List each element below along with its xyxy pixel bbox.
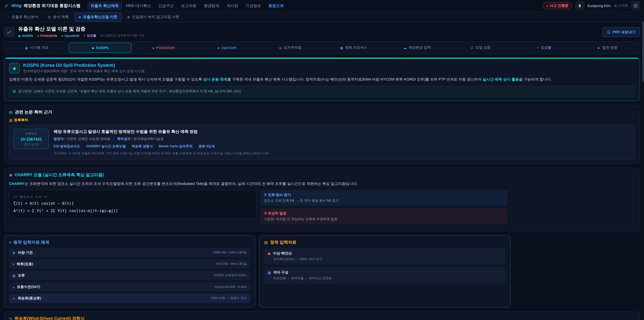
user-name[interactable]: Eunjeong Kim [588,4,610,8]
menu-button[interactable] [631,1,640,10]
holder-label: 특허권자 : [117,137,132,140]
swirl-icon: ◎ [279,46,282,50]
dot-icon: ● [152,46,154,50]
app-window: Wing 해양환경 위기대응 통합시스템 유출유 확산예측 HNS·대기확산 긴… [0,0,644,320]
tab-label: 오일펜스 배치 알고리즘 이론 [132,15,179,20]
tab-diffusion-analysis[interactable]: ∴ 유출유 확산분석 [3,13,42,21]
pin-icon: ◉ [268,251,271,255]
chart-icon [7,29,12,35]
pdf-export-button[interactable]: PDF 내보내기 [602,27,640,37]
notifications-button[interactable] [576,1,584,10]
patent-card[interactable]: 등록번호 10-1567431 2015.11.03 해양 유류오염사고 발생시… [9,125,635,159]
page-title-block: 유출유 확산 모델 이론 및 검증 ◆KOSPS ●POSEIDON ●Open… [18,26,144,38]
diamond-icon: ◆ [18,34,21,38]
note-title: ② 위상차 일정 [264,211,504,216]
section-tab-overview[interactable]: ▣시스템 개요 [5,43,68,53]
data-row-grid[interactable]: ▦격자 구성 좌표변환 → 영역추출 → 격자보간 표준화 [264,267,506,283]
monitor-icon: ▣ [25,46,28,50]
national-rnd-note: 국가R&D: ① 3차원 유출유 확산예측 기반 방제 지원기술 개발 (기여율… [54,151,269,156]
section-tab-kosps[interactable]: ◆KOSPS [69,43,132,53]
charry-notes: ① 진폭 동비 증가 검조소 조위 진폭 f배 → 전 격자 동일 동비 f배 … [260,190,508,227]
patent-tag[interactable]: ESI 방제정보지도 [54,144,80,149]
brand-name: 해양환경 위기대응 통합시스템 [24,3,80,9]
current-icon: ≈ [12,262,14,266]
section-tab-ensemble[interactable]: ⚡앙상블 [512,43,575,53]
topnav-right: ● 사고 진행중 Eunjeong Kim 로그아웃 [543,1,640,10]
page-subtitle: 라그랑지안 입자추적 이론 기반 [100,34,144,38]
nav-item-board[interactable]: 게시판 [223,2,242,10]
main-nav: 유출유 확산예측 HNS·대기확산 긴급구난 보고자료 항공탐색 게시판 기상정… [87,2,287,10]
badge-opendrift: ●OpenDrift [61,34,79,38]
sub-tab-bar: ∴ 유출유 확산분석 ▤ 분석 목록 ◈ 유출유확산모델 이론 ◉ 오일펜스 배… [0,12,644,23]
patent-evidence-card: ▤ 관련 논문·특허 근거 ▧ 등록특허 등록번호 10-1567431 201… [4,105,640,164]
data-row-wind[interactable]: ≋바람·기온 KMA UM·~12km·2회/일 [9,248,250,257]
section-tab-validation[interactable]: ☑모델 검증 [449,43,512,53]
data-row-bathymetry[interactable]: ◉수심·해안선 전자해도(ENC) → 500m 격자 보간 [264,248,506,264]
highlight-text: 상시 운용 체계 [203,77,227,81]
kosps-header: ◆ KOSPS (Korea Oil Spill Prediction Syst… [9,63,635,74]
row-value: KMA UM·~12km·2회/일 [214,250,247,255]
swirl-icon: ◉ [9,173,12,177]
scrollbar[interactable] [642,0,644,320]
charry-description: CHARRY는 조화분석에 의한 검조소 실시간 조위와 조석 수치모델링에 의… [9,180,635,186]
charry-title: ◉ CHARRY 모델 (실시간 조류예측 핵심 알고리즘) [9,172,635,178]
nav-item-reports[interactable]: 보고자료 [178,2,200,10]
note-title: ① 진폭 동비 증가 [264,193,504,197]
wind-driven-current-card: ∿ 취송류(Wind-Driven Current) 경험식 /* 취송류 유속… [4,311,640,320]
amplitude-note: ① 진폭 동비 증가 검조소 조위 진폭 f배 → 전 격자 동일 동비 f배 … [260,190,508,206]
scrollbar-thumb[interactable] [642,22,644,82]
target-icon: ◉ [127,15,130,19]
charry-content-grid: /* 변조조석 수식 */ ζ(t) = A(t) cos[σt − θ(t)]… [9,190,635,227]
tab-label: 분석 목록 [53,15,69,20]
section-tab-particle-tracking[interactable]: ◎입자추적법 [259,43,322,53]
reference-box: ▤ 참고문헌: 김혜진·이문진·오세웅·강준묵, "유출유 확산 예측 모델의 … [9,86,635,97]
section-tab-weathering[interactable]: ▦풍화 프로세스 [322,43,385,53]
bolt-icon: ⚡ [83,34,85,38]
registration-number-box: 등록번호 10-1567431 2015.11.03 [14,129,49,149]
nav-item-oil-spill-prediction[interactable]: 유출유 확산예측 [87,2,122,10]
registration-label: 등록번호 [16,132,46,136]
data-row-sst[interactable]: ◒표층수온(SST) NOAA AVHRR·~5.4km [9,282,250,292]
patent-tag[interactable]: CHARRY 실시간 조류모델 [86,144,126,149]
section-tab-opendrift[interactable]: ●OpenDrift [196,43,258,53]
section-tab-future[interactable]: ►발전 방향 [576,43,639,53]
nav-item-weather-info[interactable]: 기상정보 [242,2,264,10]
patent-details: 해양 유류오염사고 발생시 효율적인 방제방안 수립을 위한 유출유 확산 예측… [54,129,269,156]
gust-icon: ∿ [12,296,16,300]
formula-line: A²(t) = Σ Yi² + 2Σ YiYj cos[(σi−σj)t−(φi… [14,207,252,215]
brand[interactable]: Wing 해양환경 위기대응 통합시스템 [4,3,80,9]
patent-tags: ESI 방제정보지도 CHARRY 실시간 조류모델 취송류 경험식 Monte… [54,144,269,149]
cloud-icon: ☁ [404,46,407,50]
section-tab-poseidon[interactable]: ●POSEIDON [132,43,195,53]
nav-item-hns-atmospheric[interactable]: HNS·대기확산 [122,2,154,10]
data-row-wind-driven-current[interactable]: ∿취송류(풍성류) KMA 바람 → 경험식 계산 [9,294,250,303]
code-comment: /* 변조조석 수식 */ [14,194,252,200]
patent-tag[interactable]: 취송류 경험식 [132,144,153,149]
page-title: 유출유 확산 모델 이론 및 검증 [18,26,144,32]
tab-oilfence-algorithm-theory[interactable]: ◉ 오일펜스 배치 알고리즘 이론 [123,13,183,21]
grid-icon: ▦ [268,270,271,274]
kosps-title: KOSPS (Korea Oil Spill Prediction System… [23,63,144,68]
document-icon [607,30,610,34]
tab-analysis-list[interactable]: ▤ 분석 목록 [44,13,73,21]
reference-text: 참고문헌: 김혜진·이문진·오세웅·강준묵, "유출유 확산 예측 모델의 상시… [18,89,242,94]
logout-button[interactable]: 로그아웃 [614,3,628,8]
nav-item-emergency-rescue[interactable]: 긴급구난 [155,2,177,10]
patent-tag[interactable]: Monte Carlo 입자추적 [159,144,192,149]
bolt-icon: ⚡ [536,46,539,50]
tab-diffusion-model-theory[interactable]: ◈ 유출유확산모델 이론 [74,13,122,22]
page-icon [4,27,15,37]
data-row-current[interactable]: ≈해류(표층) HYCOM·~9km·1회/일 [9,259,250,269]
incident-status-badge[interactable]: ● 사고 진행중 [543,2,572,10]
diamond-icon: ◆ [92,46,94,50]
nav-item-integrated-search[interactable]: 통합조회 [265,2,287,10]
dot-icon: ● [61,34,63,38]
highlight-text: 실시간 예측 상시 활용 [483,77,519,81]
registered-patent-badge: ▧ 등록특허 [9,118,635,122]
patent-tag[interactable]: 풍화 5단계 [198,144,215,149]
brand-logo-text: Wing [12,3,22,8]
data-row-tide[interactable]: ◍조류 KORDI 조화분석·500m [9,271,250,280]
static-input-title: ▤ 정적 입력자료 [264,240,506,245]
nav-item-aerial-search[interactable]: 항공탐색 [200,2,222,10]
section-tab-ocean-input[interactable]: ☁해양환경 입력 [386,43,448,53]
